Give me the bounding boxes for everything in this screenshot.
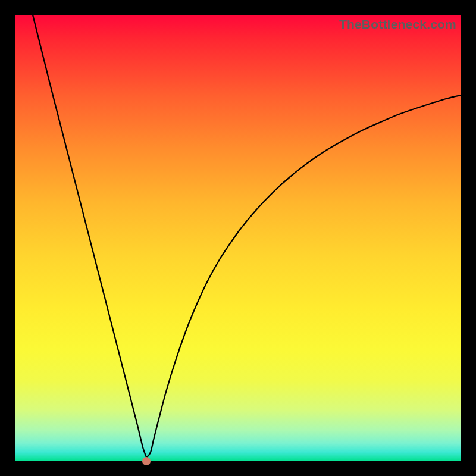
- curve-svg: [15, 15, 461, 461]
- optimal-point-marker: [142, 457, 151, 465]
- plot-area: TheBottleneck.com: [15, 15, 461, 461]
- bottleneck-curve: [33, 15, 461, 458]
- chart-frame: { "watermark": "TheBottleneck.com", "cha…: [0, 0, 476, 476]
